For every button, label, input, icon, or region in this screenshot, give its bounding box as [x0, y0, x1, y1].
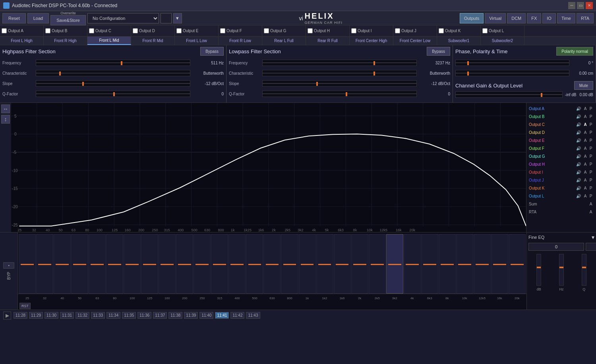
eq-bar-group[interactable] [71, 234, 88, 294]
output-cell-c[interactable]: Output C [87, 25, 131, 36]
graph-output-d-btn[interactable]: A [582, 130, 588, 135]
graph-output-a-btn[interactable]: A [582, 106, 588, 111]
mute-button[interactable]: Mute [574, 81, 593, 90]
eq-bar-wrapper[interactable] [421, 234, 438, 294]
eq-bar-group[interactable] [141, 234, 158, 294]
timeline-time-button[interactable]: 11:43 [246, 312, 260, 319]
zoom-out-button[interactable]: ↔ [1, 105, 10, 113]
eq-bar-group[interactable] [19, 234, 36, 294]
eq-bar-wrapper[interactable] [159, 234, 176, 294]
eq-bar-wrapper[interactable] [456, 234, 473, 294]
eq-bar-wrapper[interactable] [334, 234, 351, 294]
eq-bar-wrapper[interactable] [281, 234, 298, 294]
graph-output-e-btn[interactable]: A [582, 138, 588, 143]
timeline-time-button[interactable]: 11:42 [230, 312, 244, 319]
channel-cell-g[interactable]: Rear L Full [262, 37, 306, 45]
eq-bar-group[interactable] [281, 234, 298, 294]
graph-output-j[interactable]: Output J 🔊 A P [528, 176, 594, 184]
eq-bar-wrapper[interactable] [124, 234, 141, 294]
eq-bar-group[interactable] [36, 234, 53, 294]
nav-outputs-button[interactable]: Outputs [460, 13, 484, 23]
highpass-slope-slider[interactable] [36, 80, 190, 87]
eq-bar-group[interactable] [124, 234, 141, 294]
graph-output-l-p[interactable]: P [588, 194, 594, 198]
output-checkbox-g[interactable] [264, 28, 269, 33]
graph-output-h[interactable]: Output H 🔊 A P [528, 160, 594, 168]
eq-bar-group[interactable] [228, 234, 246, 294]
output-checkbox-d[interactable] [133, 28, 138, 33]
eq-bar-group[interactable] [106, 234, 123, 294]
graph-output-i-btn[interactable]: A [582, 170, 588, 174]
channel-cell-f[interactable]: Front R Low [219, 37, 262, 45]
eq-bar-group[interactable] [369, 234, 386, 294]
output-cell-g[interactable]: Output G [262, 25, 306, 36]
eq-bar-wrapper[interactable] [106, 234, 123, 294]
timeline-time-button[interactable]: 11:28 [14, 312, 27, 319]
graph-output-c-p[interactable]: P [588, 122, 594, 127]
eq-bar-wrapper[interactable] [54, 234, 71, 294]
eq-bar-group[interactable] [54, 234, 71, 294]
fine-eq-q-track[interactable] [582, 254, 586, 286]
eq-bar-group[interactable] [316, 234, 333, 294]
eq-bar-wrapper[interactable] [246, 234, 263, 294]
fine-eq-hz-track[interactable] [559, 254, 564, 286]
eq-bar-wrapper[interactable] [194, 234, 211, 294]
channel-cell-k[interactable]: Subwoofer1 [437, 37, 481, 45]
nav-time-button[interactable]: Time [557, 13, 575, 23]
eq-bar-wrapper[interactable] [19, 234, 36, 294]
reset-button[interactable]: Reset [2, 13, 26, 23]
output-checkbox-e[interactable] [176, 28, 182, 33]
eq-bar-group[interactable] [474, 234, 491, 294]
eq-bar-group[interactable] [246, 234, 263, 294]
rst-button[interactable]: RST [19, 303, 31, 309]
graph-output-e[interactable]: Output E 🔊 A P [528, 136, 594, 144]
output-cell-i[interactable]: Output I [350, 25, 393, 36]
output-checkbox-l[interactable] [482, 28, 488, 33]
graph-output-k-btn[interactable]: A [582, 186, 588, 190]
graph-output-i-p[interactable]: P [588, 170, 594, 174]
channel-cell-e[interactable]: Front L Low [175, 37, 219, 45]
output-cell-a[interactable]: Output A [0, 25, 44, 36]
nav-rta-button[interactable]: RTA [577, 13, 594, 23]
graph-output-h-p[interactable]: P [588, 162, 594, 167]
eq-bar-group[interactable] [299, 234, 316, 294]
output-cell-b[interactable]: Output B [44, 25, 87, 36]
timeline-time-button[interactable]: 11:36 [137, 312, 151, 319]
output-cell-k[interactable]: Output K [437, 25, 481, 36]
eq-bar-group[interactable] [176, 234, 193, 294]
graph-output-g[interactable]: Output G 🔊 A P [528, 152, 594, 160]
graph-output-e-p[interactable]: P [588, 138, 594, 143]
time-slider[interactable] [455, 70, 569, 76]
channel-cell-a[interactable]: Front L High [0, 37, 44, 45]
timeline-time-button[interactable]: 11:41 [215, 312, 229, 319]
phase-slider[interactable] [455, 60, 569, 66]
output-cell-f[interactable]: Output F [219, 25, 262, 36]
eq-bar-wrapper[interactable] [316, 234, 333, 294]
graph-output-f-p[interactable]: P [588, 146, 594, 151]
eq-bar-wrapper[interactable] [263, 234, 281, 294]
polarity-button[interactable]: Polarity normal [556, 47, 593, 56]
graph-output-b-p[interactable]: P [588, 114, 594, 119]
graph-output-k-p[interactable]: P [588, 186, 594, 190]
graph-output-d[interactable]: Output D 🔊 A P [528, 128, 594, 136]
timeline-time-button[interactable]: 11:33 [91, 312, 105, 319]
timeline-time-button[interactable]: 11:40 [199, 312, 213, 319]
eq-bar-wrapper[interactable] [351, 234, 368, 294]
timeline-time-button[interactable]: 11:37 [153, 312, 167, 319]
eq-bar-group[interactable] [263, 234, 281, 294]
channel-cell-d[interactable]: Front R Mid [131, 37, 175, 45]
eq-bar-wrapper[interactable] [386, 234, 403, 294]
graph-output-g-p[interactable]: P [588, 154, 594, 159]
output-checkbox-b[interactable] [45, 28, 50, 33]
fine-eq-gain-input[interactable] [528, 243, 584, 251]
eq-bar-wrapper[interactable] [71, 234, 88, 294]
save-store-button[interactable]: Save&Store [50, 15, 86, 25]
graph-output-sum[interactable]: Sum A [528, 200, 594, 208]
output-cell-j[interactable]: Output J [393, 25, 437, 36]
graph-output-b[interactable]: Output B 🔊 A P [528, 112, 594, 120]
eq-bar-group[interactable] [421, 234, 438, 294]
timeline-time-button[interactable]: 11:39 [184, 312, 198, 319]
eq-small-btn-top[interactable]: ▪ [3, 262, 14, 269]
highpass-bypass-button[interactable]: Bypass [200, 47, 224, 56]
output-checkbox-j[interactable] [395, 28, 400, 33]
